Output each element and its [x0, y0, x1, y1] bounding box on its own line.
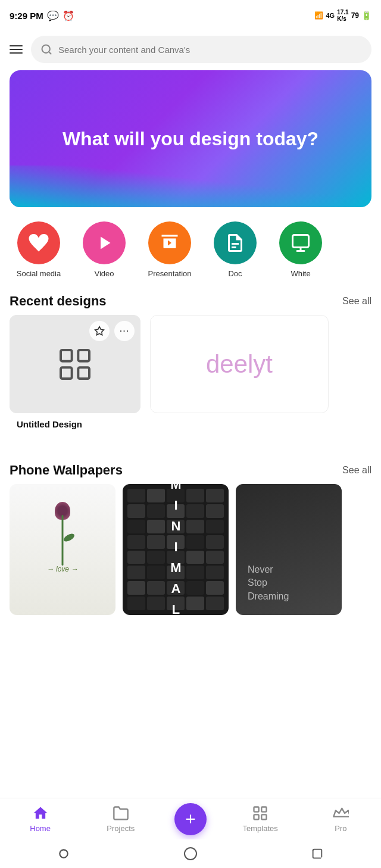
- category-video[interactable]: Video: [71, 221, 137, 278]
- network-speed: 17.1K/s: [337, 9, 348, 22]
- design-card-untitled[interactable]: ··· Untitled Design: [10, 315, 140, 436]
- minimal-text: MINIMAL: [168, 484, 183, 615]
- video-play-icon: [93, 232, 115, 254]
- system-nav-bar: [0, 839, 381, 868]
- ellipsis-icon: ···: [120, 326, 129, 336]
- home-icon: [32, 805, 49, 822]
- deelyt-card-inner: deelyt: [150, 315, 329, 413]
- phone-wallpapers-header: Phone Wallpapers See all: [0, 453, 381, 484]
- recent-designs-title: Recent designs: [10, 294, 107, 309]
- recents-button[interactable]: [307, 843, 328, 864]
- categories-row: Social media Video Presentation Doc: [0, 207, 381, 284]
- status-icons: 📶 4G 17.1K/s 79 🔋: [314, 9, 371, 22]
- recent-designs-header: Recent designs See all: [0, 284, 381, 315]
- untitled-design-name: Untitled Design: [10, 413, 140, 436]
- svg-line-1: [49, 52, 51, 54]
- home-system-button[interactable]: [180, 843, 201, 864]
- nav-pro[interactable]: Pro: [314, 805, 367, 833]
- design-card-deelyt[interactable]: deelyt: [150, 315, 329, 436]
- star-icon: [94, 326, 105, 336]
- svg-rect-7: [78, 367, 89, 379]
- white-label: White: [291, 269, 310, 278]
- presentation-chart-icon: [159, 232, 180, 254]
- projects-icon: [113, 805, 129, 822]
- home-label: Home: [30, 824, 51, 833]
- social-media-icon-bg: [17, 221, 60, 264]
- never-text: NeverStopDreaming: [248, 563, 289, 603]
- phone-wallpapers-title: Phone Wallpapers: [10, 463, 123, 478]
- phone-wallpapers-see-all[interactable]: See all: [342, 465, 371, 476]
- search-box[interactable]: [31, 36, 371, 63]
- status-time: 9:29 PM 💬 ⏰: [10, 10, 74, 21]
- templates-label: Templates: [243, 824, 278, 833]
- nav-projects[interactable]: Projects: [94, 805, 148, 833]
- social-media-label: Social media: [17, 269, 61, 278]
- back-button[interactable]: [53, 843, 74, 864]
- svg-marker-3: [95, 327, 104, 335]
- home-circle-icon: [184, 847, 197, 860]
- pro-label: Pro: [335, 824, 346, 833]
- doc-icon-bg: [214, 221, 257, 264]
- whiteboard-icon: [290, 232, 311, 254]
- svg-rect-6: [61, 367, 72, 379]
- wallpapers-row: → love → MINIMAL NeverStopDreaming: [0, 484, 381, 615]
- category-social-media[interactable]: Social media: [6, 221, 71, 278]
- whiteboard-icon-bg: [279, 221, 322, 264]
- category-presentation[interactable]: Presentation: [137, 221, 202, 278]
- star-button[interactable]: [89, 321, 110, 341]
- category-doc[interactable]: Doc: [202, 221, 268, 278]
- flower-decoration: [51, 502, 74, 567]
- battery-text: 79: [351, 11, 359, 20]
- signal-icon: 📶: [314, 11, 323, 20]
- search-icon: [40, 43, 52, 55]
- hamburger-menu[interactable]: [10, 45, 23, 54]
- status-bar: 9:29 PM 💬 ⏰ 📶 4G 17.1K/s 79 🔋: [0, 0, 381, 31]
- time-text: 9:29 PM: [10, 11, 43, 21]
- doc-label: Doc: [228, 269, 242, 278]
- svg-rect-5: [78, 350, 89, 361]
- design-card-untitled-inner[interactable]: ···: [10, 315, 140, 413]
- design-card-actions: ···: [89, 321, 135, 341]
- search-bar-row: [0, 31, 381, 70]
- alarm-icon: ⏰: [63, 10, 74, 21]
- search-input[interactable]: [58, 45, 362, 55]
- love-arrow-text: → love →: [47, 565, 79, 573]
- doc-icon: [224, 232, 246, 254]
- network-icon: 4G: [326, 12, 335, 19]
- wallpaper-never[interactable]: NeverStopDreaming: [236, 484, 342, 615]
- nav-home[interactable]: Home: [14, 805, 67, 833]
- svg-rect-4: [61, 350, 72, 361]
- svg-rect-10: [254, 814, 259, 819]
- whatsapp-icon: 💬: [47, 10, 59, 21]
- svg-rect-11: [261, 814, 266, 819]
- recent-designs-see-all[interactable]: See all: [342, 296, 371, 307]
- svg-rect-9: [261, 807, 266, 812]
- recents-icon: [311, 847, 324, 860]
- back-icon: [58, 848, 70, 860]
- grid-icon: [56, 345, 94, 383]
- hero-text: What will you design today?: [51, 127, 330, 151]
- more-options-button[interactable]: ···: [114, 321, 135, 341]
- bottom-nav: Home Projects + Templates Pro: [0, 798, 381, 839]
- category-whiteboard[interactable]: White: [268, 221, 333, 278]
- battery-icon: 🔋: [361, 11, 371, 20]
- pro-crown-icon: [332, 805, 349, 822]
- video-label: Video: [94, 269, 114, 278]
- wallpaper-minimal[interactable]: MINIMAL: [123, 484, 229, 615]
- wallpaper-love[interactable]: → love →: [10, 484, 115, 615]
- video-icon-bg: [83, 221, 126, 264]
- svg-rect-8: [254, 807, 259, 812]
- svg-rect-2: [293, 235, 309, 248]
- templates-icon: [252, 805, 268, 822]
- heart-icon: [28, 232, 49, 254]
- hero-banner: What will you design today?: [10, 70, 371, 207]
- add-button[interactable]: +: [174, 803, 207, 835]
- nav-templates[interactable]: Templates: [233, 805, 287, 833]
- add-icon: +: [185, 810, 196, 828]
- design-card-preview-untitled: ···: [10, 315, 140, 413]
- recent-designs-row: ··· Untitled Design deelyt: [0, 315, 381, 436]
- projects-label: Projects: [107, 824, 135, 833]
- presentation-label: Presentation: [148, 269, 192, 278]
- deelyt-text: deelyt: [206, 350, 273, 379]
- never-stop-dreaming-text: NeverStopDreaming: [248, 563, 289, 603]
